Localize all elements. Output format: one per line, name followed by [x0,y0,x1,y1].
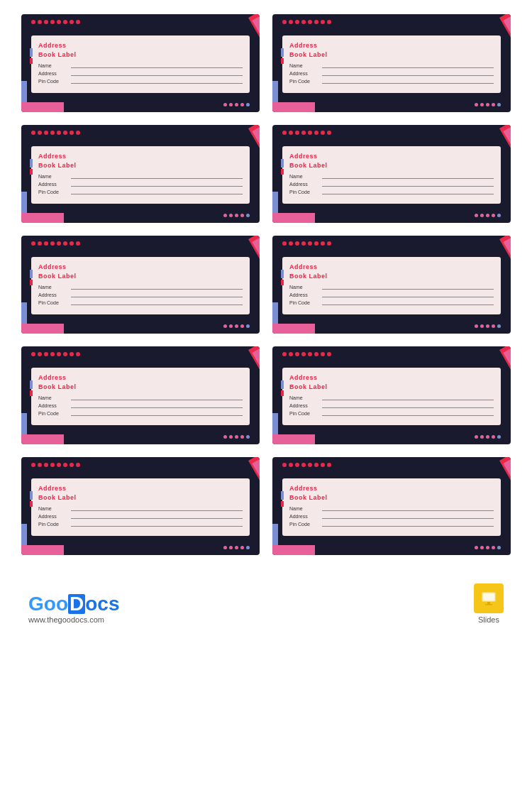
dots-top-left [31,131,80,135]
decorative-dot [327,241,331,246]
field-line [71,402,243,408]
field-line [71,173,243,179]
field-line [322,292,494,297]
dots-top-left [31,20,80,24]
field-line [322,395,494,400]
field-label: Pin Code [38,79,70,84]
decorative-dot [321,20,325,24]
field-line [71,410,243,416]
card-title-book-label: Book Label [38,383,243,392]
field-line [71,181,243,187]
field-row-address: Address [289,402,494,408]
decorative-dot [295,20,299,24]
inner-accent-bar-2 [30,390,33,396]
decorative-dot [282,131,287,135]
field-label: Address [289,182,321,187]
field-row-address: Address [38,70,243,76]
decorative-dot [321,352,325,356]
field-label: Name [289,174,321,179]
field-row-address: Address [289,513,494,519]
logo-docs: ocs [85,593,119,615]
field-line [322,513,494,519]
bar-bottom-left [21,324,64,334]
inner-card-4: AddressBook LabelNameAddressPin Code [282,146,501,204]
field-row-address: Address [38,181,243,187]
decorative-dot [70,241,74,246]
field-label: Pin Code [38,300,70,305]
field-label: Pin Code [289,190,321,194]
decorative-dot [38,241,42,246]
card-title-book-label: Book Label [289,50,494,60]
decorative-dot [486,103,489,106]
dots-bottom-right [475,435,501,439]
dots-top-left [31,463,80,467]
field-label: Address [289,514,321,519]
field-line [322,70,494,76]
decorative-dot [44,352,48,356]
decorative-dot [246,214,250,217]
footer: GooDocs www.thegoodocs.com Slides [21,583,511,624]
field-label: Pin Code [289,300,321,305]
field-row-address: Address [38,292,243,297]
card-title-book-label: Book Label [38,272,243,281]
dots-bottom-right [475,214,501,217]
label-card-6: AddressBook LabelNameAddressPin Code [272,236,511,334]
inner-accent-bar-2 [281,58,284,64]
field-row-pin-code: Pin Code [289,410,494,416]
decorative-dot [308,352,312,356]
decorative-dot [50,463,55,467]
inner-accent-bar [30,159,33,168]
decorative-dot [229,324,233,328]
field-row-pin-code: Pin Code [289,78,494,84]
svg-rect-4 [485,604,492,605]
bar-bottom-left-accent [272,81,278,102]
bar-bottom-left [21,545,64,555]
decorative-dot [38,463,42,467]
decorative-dot [308,20,312,24]
field-label: Name [289,506,321,511]
field-row-address: Address [38,402,243,408]
decorative-dot [282,241,287,246]
decorative-dot [308,131,312,135]
dots-bottom-right [223,214,250,217]
decorative-dot [289,352,293,356]
field-label: Name [38,285,70,290]
decorative-dot [327,463,331,467]
label-card-2: AddressBook LabelNameAddressPin Code [272,14,511,112]
inner-accent-bar [30,491,33,500]
field-row-pin-code: Pin Code [38,521,243,527]
decorative-dot [235,214,238,217]
decorative-dot [38,352,42,356]
field-label: Address [289,71,321,76]
decorative-dot [229,546,233,549]
bar-bottom-left-accent [272,413,278,434]
decorative-dot [321,131,325,135]
decorative-dot [31,20,35,24]
bar-bottom-left-accent [21,302,27,324]
svg-rect-3 [487,602,490,604]
field-line [322,521,494,527]
dots-top-left [31,241,80,246]
field-row-address: Address [289,181,494,187]
label-card-7: AddressBook LabelNameAddressPin Code [21,346,260,444]
decorative-dot [497,546,501,549]
bar-bottom-left-accent [21,524,27,545]
decorative-dot [327,131,331,135]
field-label: Name [289,285,321,290]
decorative-dot [240,435,244,439]
inner-card-9: AddressBook LabelNameAddressPin Code [31,478,250,536]
decorative-dot [240,103,244,106]
card-title-address: Address [38,152,243,161]
website-url: www.thegoodocs.com [28,615,119,624]
field-row-name: Name [289,395,494,400]
decorative-dot [295,241,299,246]
svg-rect-2 [483,593,494,600]
decorative-dot [301,131,306,135]
label-card-4: AddressBook LabelNameAddressPin Code [272,125,511,223]
decorative-dot [289,20,293,24]
field-line [322,78,494,84]
card-title-book-label: Book Label [289,161,494,170]
logo-dash-d: D [68,594,85,614]
slides-label: Slides [478,615,499,624]
decorative-dot [31,131,35,135]
